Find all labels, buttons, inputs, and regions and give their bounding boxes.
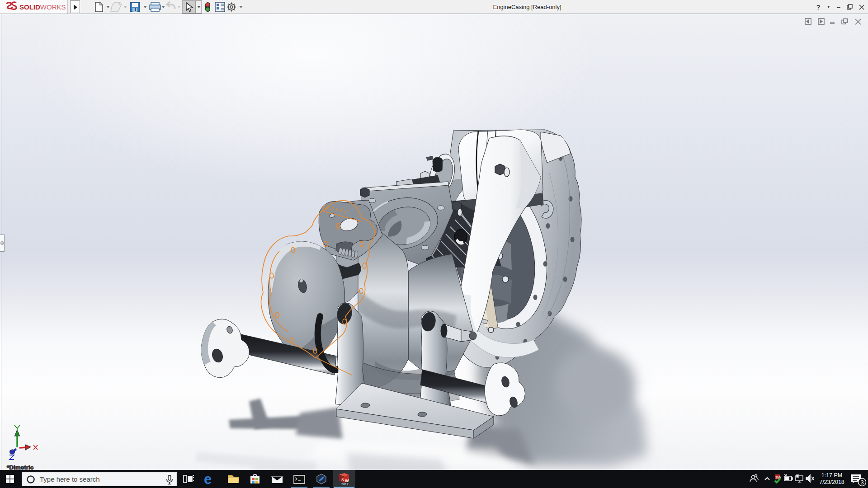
- svg-text:S: S: [341, 478, 344, 482]
- svg-text:SOLIDWORKS: SOLIDWORKS: [19, 3, 66, 11]
- svg-text:2017: 2017: [341, 483, 349, 486]
- svg-text:3: 3: [860, 479, 863, 486]
- svg-text:e: e: [204, 471, 212, 487]
